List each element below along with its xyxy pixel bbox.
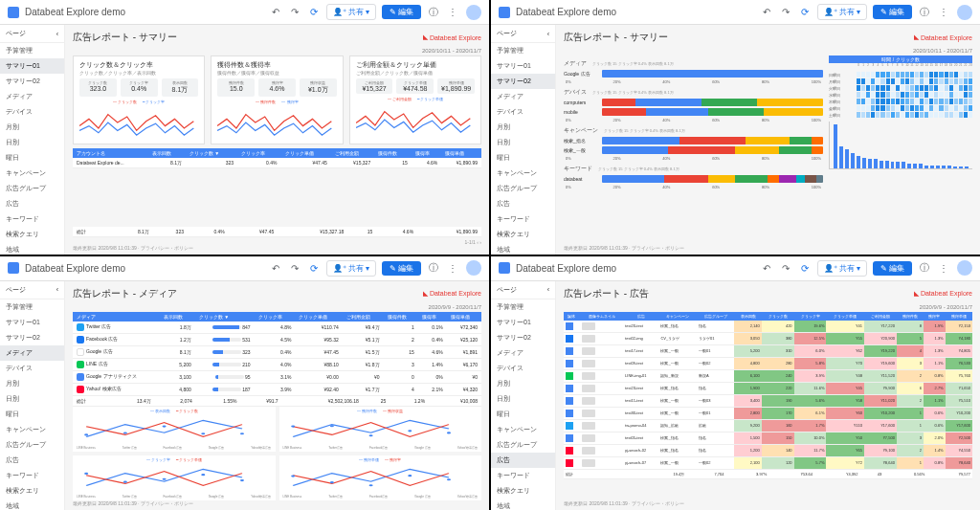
table-row[interactable]: LINE 広告 5,200 210 4.0%¥88.10¥1.8万 31.4%¥… xyxy=(73,358,481,370)
table-row[interactable]: 𝕏 tw-promo-04認知_拡散拡散 9,2001601.7% ¥110¥1… xyxy=(564,419,972,432)
sidebar-item-9[interactable]: 広告グループ xyxy=(0,437,64,453)
sidebar-item-6[interactable]: 日別 xyxy=(0,135,64,150)
share-button[interactable]: 👤⁺共有 ▾ xyxy=(326,4,376,20)
sidebar-item-9[interactable]: 広告グループ xyxy=(0,181,64,196)
sidebar-item-12[interactable]: 検索クエリ xyxy=(0,483,64,499)
sidebar-item-7[interactable]: 曜日 xyxy=(491,407,555,422)
sidebar-item-8[interactable]: キャンペーン xyxy=(491,422,555,437)
sidebar-item-13[interactable]: 地域 xyxy=(491,242,555,255)
sidebar-item-0[interactable]: 予算管理 xyxy=(491,43,555,58)
sidebar-item-1[interactable]: サマリー01 xyxy=(491,315,555,330)
table-row[interactable]: Google アナリティクス 3,100 95 3.1%¥0.00¥0 00%¥… xyxy=(73,370,481,383)
chevron-left-icon[interactable]: ‹ xyxy=(56,31,58,37)
svg-point-14 xyxy=(240,479,244,481)
sidebar-item-1[interactable]: サマリー01 xyxy=(0,58,64,74)
sidebar-item-11[interactable]: キーワード xyxy=(491,468,555,483)
table-row[interactable]: Λ test20-text検索_指名指名 2,14042019.6% ¥41¥1… xyxy=(564,321,972,333)
sidebar-item-13[interactable]: 地域 xyxy=(0,499,64,511)
refresh-icon[interactable]: ⟳ xyxy=(307,6,321,19)
sidebar-item-4[interactable]: デバイス xyxy=(491,361,555,376)
table-row[interactable]: Y yj-search-07検索_一般一般02 2,1001205.7% ¥72… xyxy=(564,456,972,469)
sidebar-item-2[interactable]: サマリー02 xyxy=(491,74,555,89)
table-row[interactable]: Facebook 広告 1.2万 531 4.5%¥95.32¥5.1万 20.… xyxy=(73,333,481,345)
sidebar-item-11[interactable]: キーワード xyxy=(0,211,64,227)
sidebar-item-2[interactable]: サマリー02 xyxy=(0,330,64,345)
sidebar-item-7[interactable]: 曜日 xyxy=(0,150,64,166)
table-row[interactable]: f test02-imgCV_リタゲリタゲ01 3,05038012.5% ¥5… xyxy=(564,332,972,344)
edit-button[interactable]: ✎編集 xyxy=(382,5,421,19)
refresh-icon[interactable]: ⟳ xyxy=(798,6,812,19)
sidebar-item-4[interactable]: デバイス xyxy=(491,104,555,120)
sidebar-item-12[interactable]: 検索クエリ xyxy=(491,483,555,499)
sidebar-item-4[interactable]: デバイス xyxy=(0,361,64,376)
sidebar-item-8[interactable]: キャンペーン xyxy=(0,166,64,181)
table-row[interactable]: Google 広告 8.1万 323 0.4%¥47.45¥1.5万 154.6… xyxy=(73,345,481,358)
redo-icon[interactable]: ↷ xyxy=(288,6,301,19)
table-row[interactable]: Λ test23-text検索_指名指名 1,90022011.6% ¥45¥9… xyxy=(564,382,972,394)
sidebar-item-5[interactable]: 月別 xyxy=(491,120,555,135)
sidebar-item-4[interactable]: デバイス xyxy=(0,104,64,120)
sidebar-item-0[interactable]: 予算管理 xyxy=(0,299,64,315)
date-range[interactable]: 2020/10/11 - 2020/11/7 xyxy=(73,48,481,54)
more-icon[interactable]: ⋮ xyxy=(937,6,950,19)
sidebar-item-6[interactable]: 日別 xyxy=(491,391,555,407)
sidebar-item-6[interactable]: 日別 xyxy=(0,391,64,407)
redo-icon[interactable]: ↷ xyxy=(779,6,792,19)
sidebar-item-0[interactable]: 予算管理 xyxy=(0,43,64,58)
sidebar-item-12[interactable]: 検索クエリ xyxy=(0,227,64,242)
sidebar-item-7[interactable]: 曜日 xyxy=(0,407,64,422)
undo-icon[interactable]: ↶ xyxy=(269,6,282,19)
svg-point-18 xyxy=(408,475,412,477)
table-row[interactable]: Λ test11-text検索_一般一般03 3,4001905.6% ¥58¥… xyxy=(564,394,972,407)
sidebar-item-3[interactable]: メディア xyxy=(491,345,555,361)
sidebar-item-9[interactable]: 広告グループ xyxy=(491,181,555,196)
sidebar-item-8[interactable]: キャンペーン xyxy=(491,166,555,181)
table-row[interactable]: Λ test17-text検索_一般一般01 5,2003106.0% ¥62¥… xyxy=(564,344,972,357)
sidebar-item-5[interactable]: 月別 xyxy=(0,376,64,391)
sidebar-item-10[interactable]: 広告 xyxy=(0,453,64,468)
svg-point-5 xyxy=(291,425,295,427)
table-row[interactable]: Twitter 広告 1.8万 847 4.8%¥110.74¥9.4万 10.… xyxy=(73,322,481,334)
help-icon[interactable]: ⓘ xyxy=(427,6,440,19)
table-row[interactable]: Λ test30-text検索_一般一般01 2,8001706.1% ¥60¥… xyxy=(564,407,972,419)
sidebar-item-0[interactable]: 予算管理 xyxy=(491,299,555,315)
share-button[interactable]: 👤⁺共有 ▾ xyxy=(817,4,867,20)
table-row[interactable]: ● LINE-img-01認知_新規新規A 6,1002403.9% ¥48¥1… xyxy=(564,369,972,382)
more-icon[interactable]: ⋮ xyxy=(446,6,459,19)
sidebar-item-5[interactable]: 月別 xyxy=(0,120,64,135)
sidebar-item-11[interactable]: キーワード xyxy=(491,211,555,227)
sidebar-item-13[interactable]: 地域 xyxy=(491,499,555,511)
sidebar-item-13[interactable]: 地域 xyxy=(0,242,64,255)
sidebar-item-10[interactable]: 広告 xyxy=(491,196,555,211)
privacy-link[interactable]: プライバシー・ポリシー xyxy=(141,245,193,251)
metric-card: ご利用金額＆クリック単価ご利用金額／クリック数／獲得単価ご利用金額¥15,327… xyxy=(349,55,481,144)
sidebar-item-7[interactable]: 曜日 xyxy=(491,150,555,166)
table-row[interactable]: Databeat Explore de...8.1万3230.4%¥47.45¥… xyxy=(73,158,481,168)
date-range[interactable]: 2020/10/11 - 2020/11/7 xyxy=(564,48,972,54)
sidebar-item-3[interactable]: メディア xyxy=(0,89,64,104)
table-row[interactable]: Λ test05-text検索_指名指名 1,50015010.0% ¥50¥7… xyxy=(564,432,972,444)
sidebar-item-2[interactable]: サマリー02 xyxy=(491,330,555,345)
sidebar-item-9[interactable]: 広告グループ xyxy=(491,437,555,453)
sidebar-item-10[interactable]: 広告 xyxy=(0,196,64,211)
sidebar-item-2[interactable]: サマリー02 xyxy=(0,74,64,89)
undo-icon[interactable]: ↶ xyxy=(760,6,773,19)
edit-button[interactable]: ✎編集 xyxy=(873,5,912,19)
brand-logo: ◣Databeat Explore xyxy=(914,33,972,41)
sidebar-item-6[interactable]: 日別 xyxy=(491,135,555,150)
sidebar-item-10[interactable]: 広告 xyxy=(491,453,555,468)
table-row[interactable]: Λ test09-text検索_一般一般02 4,8002805.8% ¥70¥… xyxy=(564,357,972,369)
avatar[interactable] xyxy=(957,5,972,20)
table-row[interactable]: Yahoo! 検索広告 4,800 187 3.9%¥92.40¥1.7万 42… xyxy=(73,383,481,395)
avatar[interactable] xyxy=(466,5,481,20)
table-row[interactable]: Y yj-search-02検索_指名指名 1,20014011.7% ¥65¥… xyxy=(564,444,972,456)
sidebar-item-8[interactable]: キャンペーン xyxy=(0,422,64,437)
sidebar-item-3[interactable]: メディア xyxy=(491,89,555,104)
sidebar-item-11[interactable]: キーワード xyxy=(0,468,64,483)
sidebar-item-12[interactable]: 検索クエリ xyxy=(491,227,555,242)
sidebar-item-1[interactable]: サマリー01 xyxy=(491,58,555,74)
sidebar-item-5[interactable]: 月別 xyxy=(491,376,555,391)
help-icon[interactable]: ⓘ xyxy=(918,6,931,19)
sidebar-item-3[interactable]: メディア xyxy=(0,345,64,361)
sidebar-item-1[interactable]: サマリー01 xyxy=(0,315,64,330)
